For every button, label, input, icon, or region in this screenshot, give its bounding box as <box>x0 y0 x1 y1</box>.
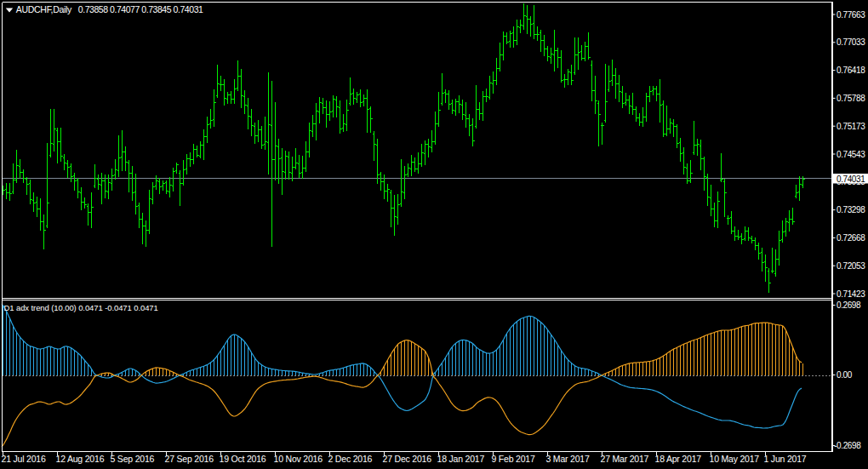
svg-text:3 Mar 2017: 3 Mar 2017 <box>546 454 590 464</box>
svg-text:27 Dec 2016: 27 Dec 2016 <box>383 454 432 464</box>
svg-text:0.2698: 0.2698 <box>837 300 861 310</box>
svg-text:19 Oct 2016: 19 Oct 2016 <box>220 454 266 464</box>
svg-text:D1 adx trend (10.00) 0.0471 -0: D1 adx trend (10.00) 0.0471 -0.0471 0.04… <box>4 303 158 312</box>
svg-text:0.72668: 0.72668 <box>837 233 865 243</box>
svg-text:0.72053: 0.72053 <box>837 261 865 271</box>
svg-text:0.74543: 0.74543 <box>837 150 865 159</box>
svg-text:21 Jul 2016: 21 Jul 2016 <box>2 454 46 464</box>
svg-text:9 Feb 2017: 9 Feb 2017 <box>492 454 535 464</box>
svg-text:27 Sep 2016: 27 Sep 2016 <box>165 454 214 464</box>
svg-text:5 Sep 2016: 5 Sep 2016 <box>111 454 155 464</box>
svg-text:0.76418: 0.76418 <box>837 66 865 75</box>
svg-text:2 Dec 2016: 2 Dec 2016 <box>328 454 373 464</box>
svg-text:18 Apr 2017: 18 Apr 2017 <box>655 454 702 464</box>
svg-text:10 May 2017: 10 May 2017 <box>710 454 760 464</box>
svg-text:10 Nov 2016: 10 Nov 2016 <box>274 454 323 464</box>
svg-text:0.77033: 0.77033 <box>837 37 865 47</box>
svg-text:0.73298: 0.73298 <box>837 205 865 214</box>
svg-text:1 Jun 2017: 1 Jun 2017 <box>764 454 807 464</box>
svg-text:0.75173: 0.75173 <box>837 122 865 131</box>
svg-text:18 Jan 2017: 18 Jan 2017 <box>437 454 485 464</box>
svg-text:-0.2698: -0.2698 <box>834 441 861 450</box>
svg-text:12 Aug 2016: 12 Aug 2016 <box>56 454 105 464</box>
svg-text:0.00: 0.00 <box>837 370 853 380</box>
svg-text:27 Mar 2017: 27 Mar 2017 <box>601 454 649 464</box>
svg-text:0.75788: 0.75788 <box>837 94 865 103</box>
svg-text:0.74031: 0.74031 <box>837 174 865 184</box>
svg-text:AUDCHF,Daily: AUDCHF,Daily <box>16 4 72 14</box>
svg-text:0.77663: 0.77663 <box>837 10 865 20</box>
svg-text:0.71423: 0.71423 <box>837 289 865 299</box>
svg-text:0.73858 0.74077 0.73845 0.7403: 0.73858 0.74077 0.73845 0.74031 <box>78 4 203 14</box>
